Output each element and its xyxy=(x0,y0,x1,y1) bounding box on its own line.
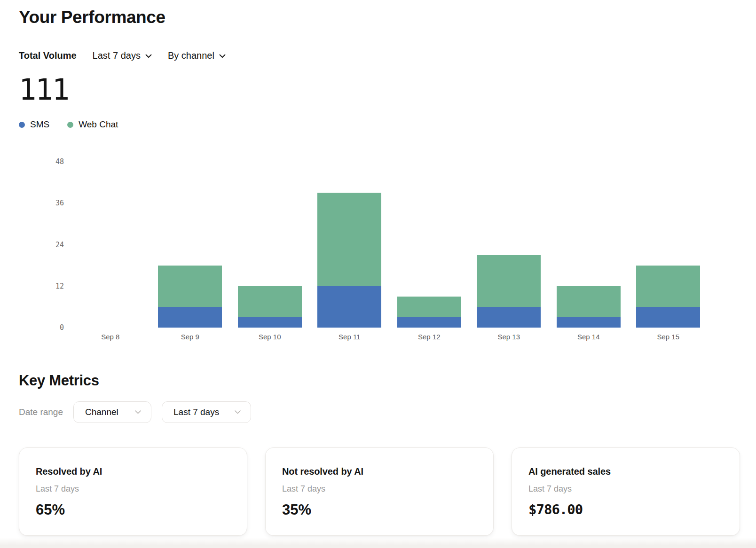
card-resolved-by-ai: Resolved by AI Last 7 days 65% xyxy=(19,447,247,536)
bar-stack[interactable] xyxy=(317,193,381,328)
x-axis-label: Sep 9 xyxy=(150,333,230,341)
total-volume-value: 111 xyxy=(19,74,740,105)
chart-slot-sep-8: Sep 8 xyxy=(71,162,150,328)
date-range-filter-value: Last 7 days xyxy=(173,407,219,417)
sms-dot-icon xyxy=(19,122,25,128)
card-value: 65% xyxy=(36,501,230,518)
x-axis-label: Sep 10 xyxy=(230,333,310,341)
card-subtitle: Last 7 days xyxy=(36,484,230,494)
chart-slot-sep-13: Sep 13 xyxy=(469,162,549,328)
x-axis-label: Sep 11 xyxy=(310,333,390,341)
date-range-filter-select[interactable]: Last 7 days xyxy=(162,401,251,423)
card-title: Resolved by AI xyxy=(36,466,230,477)
channel-filter-value: Channel xyxy=(85,407,118,417)
chart-plot: Sep 8Sep 9Sep 10Sep 11Sep 12Sep 13Sep 14… xyxy=(71,162,708,328)
bar-stack[interactable] xyxy=(158,266,222,328)
card-ai-generated-sales: AI generated sales Last 7 days $786.00 xyxy=(512,447,740,536)
chevron-down-icon xyxy=(234,410,241,415)
x-axis-label: Sep 12 xyxy=(389,333,469,341)
bar-segment-sms[interactable] xyxy=(477,307,541,328)
bar-stack[interactable] xyxy=(238,286,302,328)
date-range-label: Date range xyxy=(19,407,63,417)
bar-segment-web-chat[interactable] xyxy=(477,255,541,307)
card-title: Not resolved by AI xyxy=(282,466,476,477)
chart-slot-sep-10: Sep 10 xyxy=(230,162,310,328)
y-axis-label: 36 xyxy=(55,199,64,207)
bar-stack[interactable] xyxy=(477,255,541,328)
bottom-section-divider xyxy=(0,538,756,548)
legend-item-web-chat[interactable]: Web Chat xyxy=(67,119,118,130)
bar-segment-sms[interactable] xyxy=(636,307,700,328)
card-subtitle: Last 7 days xyxy=(528,484,723,494)
channel-filter-select[interactable]: Channel xyxy=(73,401,151,423)
bar-stack[interactable] xyxy=(636,266,700,328)
performance-page: Your Performance Total Volume Last 7 day… xyxy=(0,7,756,536)
date-range-dropdown-label: Last 7 days xyxy=(93,49,141,62)
chart-slot-sep-15: Sep 15 xyxy=(629,162,709,328)
chart-slot-sep-9: Sep 9 xyxy=(150,162,230,328)
chart-slot-sep-12: Sep 12 xyxy=(389,162,469,328)
y-axis-label: 0 xyxy=(60,323,64,332)
total-volume-label: Total Volume xyxy=(19,49,77,62)
bar-segment-sms[interactable] xyxy=(317,286,381,328)
chevron-down-icon xyxy=(145,54,152,58)
chevron-down-icon xyxy=(219,54,226,58)
bar-stack[interactable] xyxy=(397,297,461,328)
web-chat-dot-icon xyxy=(67,122,73,128)
x-axis-label: Sep 14 xyxy=(549,333,629,341)
chart-slot-sep-11: Sep 11 xyxy=(310,162,390,328)
bar-segment-web-chat[interactable] xyxy=(557,286,621,317)
volume-controls-row: Total Volume Last 7 days By channel xyxy=(19,49,740,62)
x-axis-label: Sep 8 xyxy=(71,333,150,341)
bar-segment-web-chat[interactable] xyxy=(397,297,461,317)
card-subtitle: Last 7 days xyxy=(282,484,476,494)
legend-label-sms: SMS xyxy=(30,119,49,130)
x-axis-label: Sep 13 xyxy=(469,333,549,341)
volume-chart: 012243648 Sep 8Sep 9Sep 10Sep 11Sep 12Se… xyxy=(19,162,740,328)
legend-item-sms[interactable]: SMS xyxy=(19,119,49,130)
bar-segment-sms[interactable] xyxy=(397,317,461,328)
bar-segment-web-chat[interactable] xyxy=(158,266,222,307)
bar-segment-sms[interactable] xyxy=(158,307,222,328)
key-metrics-title: Key Metrics xyxy=(19,372,740,390)
metric-cards-row: Resolved by AI Last 7 days 65% Not resol… xyxy=(19,447,740,536)
bar-segment-web-chat[interactable] xyxy=(238,286,302,317)
key-metrics-filters: Date range Channel Last 7 days xyxy=(19,401,740,423)
channel-dropdown[interactable]: By channel xyxy=(168,49,226,62)
chart-slot-sep-14: Sep 14 xyxy=(549,162,629,328)
bar-segment-web-chat[interactable] xyxy=(317,193,381,286)
card-value: $786.00 xyxy=(528,501,723,517)
bar-segment-sms[interactable] xyxy=(238,317,302,328)
x-axis-label: Sep 15 xyxy=(629,333,709,341)
chart-legend: SMS Web Chat xyxy=(19,119,740,130)
legend-label-web-chat: Web Chat xyxy=(79,119,118,130)
date-range-dropdown[interactable]: Last 7 days xyxy=(93,49,152,62)
y-axis: 012243648 xyxy=(19,162,71,328)
card-not-resolved-by-ai: Not resolved by AI Last 7 days 35% xyxy=(265,447,494,536)
page-title: Your Performance xyxy=(19,7,740,28)
card-value: 35% xyxy=(282,501,476,518)
bar-segment-sms[interactable] xyxy=(557,317,621,328)
card-title: AI generated sales xyxy=(528,466,723,477)
bar-segment-web-chat[interactable] xyxy=(636,266,700,307)
y-axis-label: 24 xyxy=(55,241,64,249)
channel-dropdown-label: By channel xyxy=(168,49,214,62)
y-axis-label: 48 xyxy=(55,157,64,166)
bar-stack[interactable] xyxy=(557,286,621,328)
chevron-down-icon xyxy=(134,410,142,415)
y-axis-label: 12 xyxy=(55,282,64,290)
